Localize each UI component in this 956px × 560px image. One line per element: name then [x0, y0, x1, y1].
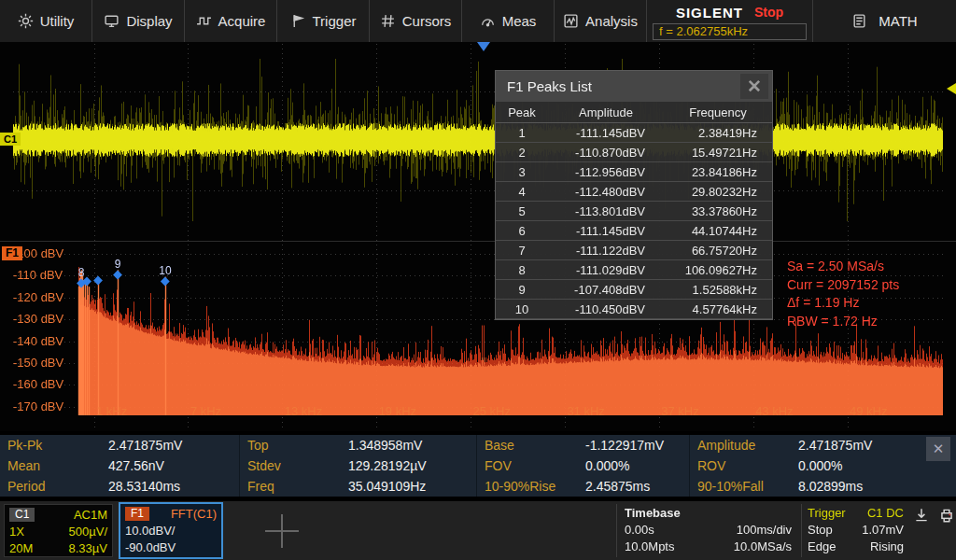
c1-coupling: AC1M — [74, 508, 107, 522]
peaks-list-popup: F1 Peaks List ✕ Peak Amplitude Frequency… — [495, 70, 773, 320]
display-icon — [104, 13, 120, 29]
fft-info-line: Curr = 2097152 pts — [787, 277, 899, 292]
measurement-label: Base — [485, 438, 585, 453]
math-label: MATH — [879, 13, 917, 29]
top-menu-bar: UtilityDisplayAcquireTriggerCursorsMeasA… — [0, 0, 956, 42]
fft-x-label: 37 kHz — [661, 404, 698, 418]
menu-item-label: Display — [126, 13, 172, 29]
peak-amplitude: -111.145dBV — [548, 126, 664, 140]
math-button[interactable]: MATH — [813, 0, 956, 42]
fft-y-label: -160 dBV — [13, 377, 63, 391]
c1-channel-tag[interactable]: C1 — [0, 133, 21, 146]
acquire-icon — [196, 13, 212, 29]
peaks-list-row: 4-112.480dBV29.80232Hz — [496, 182, 772, 202]
fft-y-label: -130 dBV — [13, 312, 63, 326]
measurement-top: Top1.348958mV — [239, 435, 476, 455]
peak-marker-number: 9 — [115, 259, 121, 270]
peak-frequency: 29.80232Hz — [664, 185, 772, 199]
fft-x-label: 13 kHz — [285, 404, 322, 418]
measurement-value: -1.122917mV — [585, 438, 664, 453]
measurement-value: 8.02899ms — [798, 479, 863, 494]
trigger-level-marker[interactable] — [947, 83, 956, 94]
c1-offset: 8.33µV — [69, 541, 107, 555]
peaks-col-frequency: Frequency — [664, 105, 772, 119]
trigger-slope: Rising — [870, 539, 904, 553]
peak-marker-number: 8 — [78, 267, 85, 278]
peak-marker-diamond — [77, 279, 86, 288]
f1-scale: 10.0dBV/ — [125, 524, 176, 538]
channel-c1-box[interactable]: C1 AC1M 1X 500µV/ 20M 8.33µV — [4, 504, 113, 557]
menu-item-trigger[interactable]: Trigger — [277, 0, 370, 42]
timebase-points: 10.0Mpts — [625, 539, 674, 553]
math-f1-box[interactable]: F1 FFT(C1) 10.0dBV/ -90.0dBV — [119, 502, 223, 559]
peaks-list-row: 5-113.801dBV33.37860Hz — [496, 202, 772, 221]
peak-number: 4 — [496, 185, 548, 199]
peak-frequency: 1.52588kHz — [664, 283, 772, 297]
measurement-value: 427.56nV — [108, 458, 164, 473]
peak-number: 5 — [496, 204, 548, 218]
measurement-label: Mean — [7, 458, 108, 473]
menu-item-utility[interactable]: Utility — [0, 0, 92, 42]
fft-x-label: 7 kHz — [190, 404, 221, 418]
peak-number: 7 — [496, 244, 548, 258]
peaks-list-row: 9-107.408dBV1.52588kHz — [496, 280, 772, 300]
measurement-freq: Freq35.049109Hz — [239, 476, 476, 497]
c1-chip: C1 — [9, 508, 35, 522]
measurement-90-10-fall: 90-10%Fall8.02899ms — [689, 476, 956, 497]
measurement-close-icon[interactable]: ✕ — [926, 437, 950, 461]
peaks-col-amplitude: Amplitude — [548, 105, 664, 119]
trigger-box[interactable]: Trigger C1 DC Stop 1.07mV Edge Rising — [801, 504, 909, 557]
menu-item-cursors[interactable]: Cursors — [370, 0, 462, 42]
fft-x-label: 19 kHz — [379, 404, 416, 418]
measurement-label: Amplitude — [697, 438, 798, 453]
measurement-period: Period28.53140ms — [0, 476, 239, 497]
measurement-label: 90-10%Fall — [697, 479, 798, 494]
save-icon[interactable] — [913, 507, 930, 527]
peak-marker-number: 10 — [159, 265, 171, 276]
menu-item-meas[interactable]: Meas — [462, 0, 555, 42]
measurement-label: Freq — [247, 479, 348, 494]
math-menu-icon — [851, 13, 867, 29]
peak-amplitude: -112.956dBV — [548, 165, 664, 179]
measurement-panel: Pk-Pk2.471875mVTop1.348958mVBase-1.12291… — [0, 435, 956, 497]
trigger-mode: Stop — [808, 523, 833, 537]
menu-item-label: Meas — [502, 13, 537, 29]
peak-amplitude: -113.801dBV — [548, 204, 664, 218]
c1-bandwidth: 20M — [9, 541, 33, 555]
measurement-value: 129.28192µV — [348, 458, 427, 473]
peak-number: 9 — [496, 283, 548, 297]
f1-trace-tag[interactable]: F1 — [2, 246, 22, 260]
measurement-value: 28.53140ms — [108, 479, 180, 494]
fft-y-label: -140 dBV — [13, 334, 63, 348]
fft-y-label: -110 dBV — [13, 268, 63, 282]
trigger-type: Edge — [808, 539, 836, 553]
meter-icon — [480, 13, 496, 29]
peak-frequency: 44.10744Hz — [664, 224, 772, 238]
menu-item-label: Cursors — [402, 13, 452, 29]
peak-frequency: 23.84186Hz — [664, 165, 772, 179]
menu-item-acquire[interactable]: Acquire — [185, 0, 277, 42]
peak-amplitude: -111.122dBV — [548, 244, 664, 258]
peaks-list-title: F1 Peaks List — [507, 78, 592, 94]
menu-item-display[interactable]: Display — [92, 0, 185, 42]
f1-offset: -90.0dBV — [125, 540, 176, 554]
timebase-box[interactable]: Timebase 0.00s 100ms/div 10.0Mpts 10.0MS… — [616, 504, 799, 557]
measurement-value: 2.45875ms — [585, 479, 650, 494]
peaks-list-row: 6-111.145dBV44.10744Hz — [496, 221, 772, 241]
menu-item-analysis[interactable]: Analysis — [555, 0, 647, 42]
fft-x-label: 31 kHz — [567, 404, 604, 418]
peaks-list-row: 8-111.029dBV106.09627Hz — [496, 260, 772, 280]
measurement-10-90-rise: 10-90%Rise2.45875ms — [476, 476, 689, 497]
brand-logo: SIGLENT — [676, 5, 743, 21]
measurement-pk-pk: Pk-Pk2.471875mV — [0, 435, 239, 455]
peaks-list-row: 3-112.956dBV23.84186Hz — [496, 162, 772, 182]
freq-counter: f = 2.062755kHz — [653, 23, 807, 40]
peak-frequency: 106.09627Hz — [664, 263, 772, 277]
peaks-list-row: 1-111.145dBV2.38419Hz — [496, 123, 772, 143]
printer-icon[interactable] — [938, 507, 955, 527]
fft-info-line: Δf = 1.19 Hz — [787, 295, 859, 310]
close-icon[interactable]: ✕ — [740, 74, 768, 99]
peak-marker-9: 9 — [115, 259, 121, 278]
measurement-value: 2.471875mV — [798, 438, 872, 453]
trigger-position-marker[interactable] — [477, 42, 490, 51]
